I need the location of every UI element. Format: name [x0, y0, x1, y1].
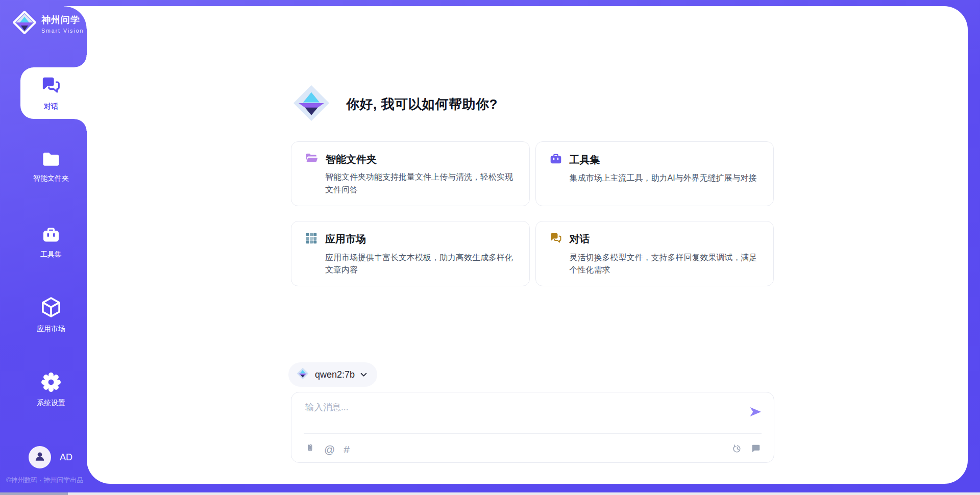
card-head: 对话	[549, 232, 761, 247]
card-title: 应用市场	[325, 232, 366, 246]
sidebar-item-toolbox[interactable]: 工具集	[15, 225, 87, 259]
sidebar-item-app-market[interactable]: 应用市场	[15, 295, 87, 334]
card-head: 工具集	[549, 152, 761, 167]
gear-icon	[40, 386, 62, 394]
user-label: AD	[60, 452, 72, 463]
sidebar-item-settings[interactable]: 系统设置	[15, 372, 87, 408]
brand-subtitle: Smart Vision	[41, 28, 84, 34]
greeting-text: 你好, 我可以如何帮助你?	[346, 95, 498, 113]
grid-icon	[305, 232, 318, 247]
brand-diamond-icon	[12, 10, 37, 37]
folder-open-icon	[305, 152, 318, 166]
hash-icon[interactable]: #	[344, 444, 350, 455]
history-icon[interactable]	[732, 443, 743, 456]
active-tab-fillet-bottom	[75, 119, 87, 131]
card-app-market[interactable]: 应用市场 应用市场提供丰富长文本模板，助力高效生成多样化文章内容	[291, 221, 530, 287]
card-title: 对话	[570, 232, 590, 246]
message-input[interactable]	[305, 401, 729, 431]
card-head: 智能文件夹	[305, 152, 516, 166]
sidebar-item-label: 系统设置	[15, 399, 87, 408]
horizontal-scrollbar-thumb[interactable]	[0, 492, 68, 495]
card-title: 工具集	[570, 153, 600, 167]
sidebar-item-label: 对话	[15, 102, 87, 111]
card-description: 智能文件夹功能支持批量文件上传与清洗，轻松实现文件问答	[325, 171, 516, 196]
user-account[interactable]: AD	[29, 446, 72, 468]
feature-cards: 智能文件夹 智能文件夹功能支持批量文件上传与清洗，轻松实现文件问答 工具集 集成…	[291, 141, 774, 286]
card-toolset[interactable]: 工具集 集成市场上主流工具，助力AI与外界无缝扩展与对接	[535, 141, 774, 206]
user-avatar-icon	[33, 449, 47, 465]
chat-bubbles-icon	[549, 232, 562, 247]
horizontal-scrollbar-track[interactable]	[0, 492, 980, 495]
chat-bubbles-icon	[40, 89, 62, 98]
composer-divider	[304, 433, 762, 434]
chevron-down-icon	[360, 370, 367, 379]
sidebar-item-smart-folder[interactable]: 智能文件夹	[15, 150, 87, 183]
card-head: 应用市场	[305, 232, 516, 247]
copyright-text: ©神州数码 · 神州问学出品	[6, 476, 83, 485]
brand-title: 神州问学	[41, 14, 84, 26]
composer-toolbar-left: @ #	[305, 442, 350, 456]
comment-icon[interactable]	[750, 443, 762, 456]
model-name: qwen2:7b	[315, 369, 355, 380]
app-root: { "app": { "title": "神州问学", "subtitle": …	[0, 0, 980, 495]
card-description: 应用市场提供丰富长文本模板，助力高效生成多样化文章内容	[325, 252, 516, 277]
card-description: 集成市场上主流工具，助力AI与外界无缝扩展与对接	[570, 172, 761, 185]
card-description: 灵活切换多模型文件，支持多样回复效果调试，满足个性化需求	[570, 252, 761, 277]
avatar	[29, 446, 51, 468]
brand-text: 神州问学 Smart Vision	[41, 14, 84, 34]
card-chat[interactable]: 对话 灵活切换多模型文件，支持多样回复效果调试，满足个性化需求	[535, 221, 774, 287]
brand-logo: 神州问学 Smart Vision	[12, 10, 84, 37]
sidebar-item-label: 应用市场	[15, 325, 87, 334]
model-logo-icon	[296, 367, 309, 382]
sidebar-item-label: 工具集	[15, 250, 87, 259]
briefcase-icon	[549, 152, 562, 167]
cube-icon	[39, 312, 63, 320]
greeting-block: 你好, 我可以如何帮助你?	[291, 83, 498, 126]
paperclip-icon[interactable]	[305, 442, 315, 456]
sidebar-item-label: 智能文件夹	[15, 174, 87, 183]
card-title: 智能文件夹	[326, 153, 377, 166]
greeting-diamond-icon	[291, 83, 332, 126]
toolbox-icon	[41, 237, 61, 246]
active-tab-fillet-top	[75, 55, 87, 67]
card-smart-folder[interactable]: 智能文件夹 智能文件夹功能支持批量文件上传与清洗，轻松实现文件问答	[291, 141, 530, 206]
folder-icon	[41, 161, 61, 170]
model-selector[interactable]: qwen2:7b	[288, 362, 377, 387]
composer-toolbar-right	[732, 443, 762, 456]
send-icon[interactable]	[748, 405, 763, 419]
sidebar-item-chat[interactable]: 对话	[15, 75, 87, 111]
message-composer: @ #	[291, 392, 774, 463]
at-mention-icon[interactable]: @	[324, 444, 335, 455]
